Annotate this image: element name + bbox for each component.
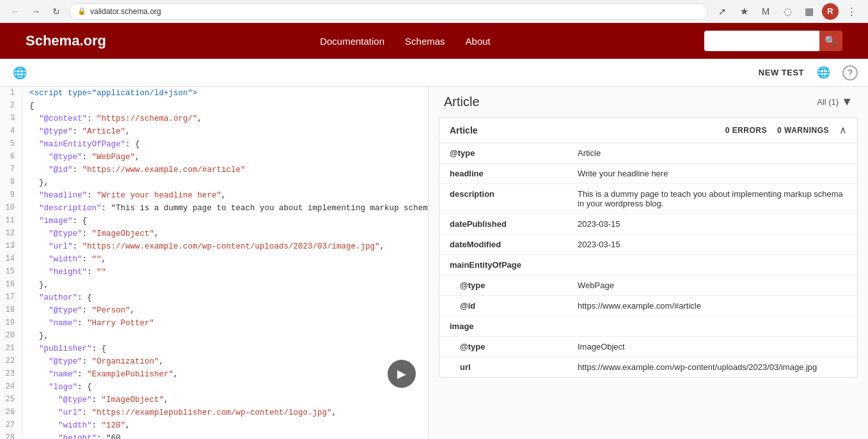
table-value-cell: Write your headline here [567, 164, 857, 184]
code-line: 7 "@id": "https://www.example.com/#artic… [0, 164, 428, 176]
line-content: "@type": "Organization", [23, 355, 164, 368]
table-key-cell: @id [439, 296, 567, 316]
table-value-cell: ImageObject [567, 337, 857, 357]
table-row: @typeWebPage [439, 275, 857, 296]
code-line: 14 "width": "", [0, 253, 428, 266]
line-number: 1 [0, 87, 23, 100]
article-card: Article 0 ERRORS 0 WARNINGS ∧ @typeArtic… [439, 117, 858, 378]
globe-toolbar-icon[interactable]: 🌐 [814, 64, 832, 82]
line-number: 15 [0, 266, 23, 279]
code-line: 28 "height": "60 [0, 432, 428, 439]
table-key-cell: @type [439, 143, 567, 164]
menu-button[interactable]: ⋮ [842, 3, 860, 20]
line-number: 7 [0, 164, 23, 176]
line-number: 17 [0, 291, 23, 304]
code-line: 12 "@type": "ImageObject", [0, 227, 428, 240]
line-number: 28 [0, 432, 23, 439]
code-line: 4 "@type": "Article", [0, 125, 428, 138]
line-number: 3 [0, 112, 23, 125]
code-line: 21 "publisher": { [0, 343, 428, 355]
all-label: All (1) [817, 97, 839, 107]
card-stats: 0 ERRORS 0 WARNINGS ∧ [725, 124, 847, 136]
extensions-icon[interactable]: ◌ [778, 3, 796, 20]
errors-count: 0 ERRORS [725, 126, 767, 135]
share-button[interactable]: ➚ [713, 3, 731, 20]
line-content: "mainEntityOfPage": { [23, 138, 140, 151]
right-pane: Article All (1) ▼ Article 0 ERRORS 0 WAR… [429, 87, 868, 439]
table-value-cell: WebPage [567, 275, 857, 296]
table-value-cell [567, 316, 857, 337]
table-key-cell: @type [439, 275, 567, 296]
search-button[interactable]: 🔍 [819, 31, 842, 51]
table-value-cell: https://www.example.com/wp-content/uploa… [567, 357, 857, 378]
code-line: 18 "@type": "Person", [0, 304, 428, 317]
browser-chrome: ← → ↻ 🔒 validator.schema.org ➚ ★ M ◌ ▦ R… [0, 0, 868, 23]
line-number: 23 [0, 368, 23, 381]
code-line: 3 "@context": "https://schema.org/", [0, 112, 428, 125]
line-content: <script type="application/ld+json"> [23, 87, 198, 100]
site-search: 🔍 [704, 31, 842, 51]
table-row: headlineWrite your headline here [439, 164, 857, 184]
globe-icon[interactable]: 🌐 [10, 63, 29, 82]
help-icon[interactable]: ? [842, 65, 858, 81]
code-line: 2{ [0, 100, 428, 112]
code-line: 10 "description": "This is a dummy page … [0, 202, 428, 215]
table-key-cell: image [439, 316, 567, 337]
code-editor[interactable]: 1<script type="application/ld+json">2{3 … [0, 87, 429, 439]
line-number: 20 [0, 330, 23, 343]
all-dropdown[interactable]: All (1) ▼ [817, 95, 853, 109]
nav-about[interactable]: About [466, 36, 491, 47]
line-content: "author": { [23, 291, 92, 304]
table-row: datePublished2023-03-15 [439, 214, 857, 235]
table-row: image [439, 316, 857, 337]
collapse-button[interactable]: ∧ [839, 124, 847, 136]
line-number: 10 [0, 202, 23, 215]
code-line: 11 "image": { [0, 215, 428, 227]
toolbar-right: NEW TEST 🌐 ? [759, 64, 858, 82]
line-content: "headline": "Write your headline here", [23, 189, 226, 202]
line-content: }, [23, 176, 49, 189]
reload-button[interactable]: ↻ [49, 4, 64, 19]
site-nav: Documentation Schemas About [320, 36, 491, 47]
table-key-cell: dateModified [439, 235, 567, 255]
result-section-title: Article [444, 95, 480, 109]
line-number: 14 [0, 253, 23, 266]
toolbar-left: 🌐 [10, 63, 29, 82]
forward-button[interactable]: → [28, 4, 43, 19]
bookmark-button[interactable]: ★ [735, 3, 753, 20]
line-number: 25 [0, 394, 23, 406]
code-line: 27 "width": "120", [0, 419, 428, 432]
code-line: 16 }, [0, 279, 428, 291]
search-input[interactable] [704, 31, 819, 51]
code-line: 22 "@type": "Organization", [0, 355, 428, 368]
line-number: 9 [0, 189, 23, 202]
line-content: "name": "Harry Potter" [23, 317, 154, 330]
line-number: 16 [0, 279, 23, 291]
line-content: "height": "" [23, 266, 106, 279]
play-button[interactable]: ▶ [388, 360, 416, 388]
schema-table: @typeArticleheadlineWrite your headline … [439, 143, 857, 377]
address-bar[interactable]: 🔒 validator.schema.org [69, 3, 708, 20]
code-line: 1<script type="application/ld+json"> [0, 87, 428, 100]
line-number: 26 [0, 406, 23, 419]
code-line: 25 "@type": "ImageObject", [0, 394, 428, 406]
site-header: Schema.org Documentation Schemas About 🔍 [0, 23, 868, 59]
table-key-cell: mainEntityOfPage [439, 255, 567, 275]
nav-schemas[interactable]: Schemas [405, 36, 445, 47]
browser-toolbar: ➚ ★ M ◌ ▦ R ⋮ [713, 3, 860, 20]
table-key-cell: headline [439, 164, 567, 184]
profile-avatar[interactable]: R [822, 3, 839, 20]
line-content: }, [23, 330, 49, 343]
table-row: @typeArticle [439, 143, 857, 164]
back-button[interactable]: ← [8, 4, 23, 19]
nav-documentation[interactable]: Documentation [320, 36, 384, 47]
table-key-cell: url [439, 357, 567, 378]
gmail-icon[interactable]: M [757, 3, 775, 20]
line-number: 27 [0, 419, 23, 432]
site-logo[interactable]: Schema.org [26, 33, 106, 49]
code-line: 6 "@type": "WebPage", [0, 151, 428, 164]
line-content: "@type": "WebPage", [23, 151, 140, 164]
new-test-button[interactable]: NEW TEST [759, 68, 804, 77]
line-number: 13 [0, 240, 23, 253]
split-screen-icon[interactable]: ▦ [800, 3, 818, 20]
